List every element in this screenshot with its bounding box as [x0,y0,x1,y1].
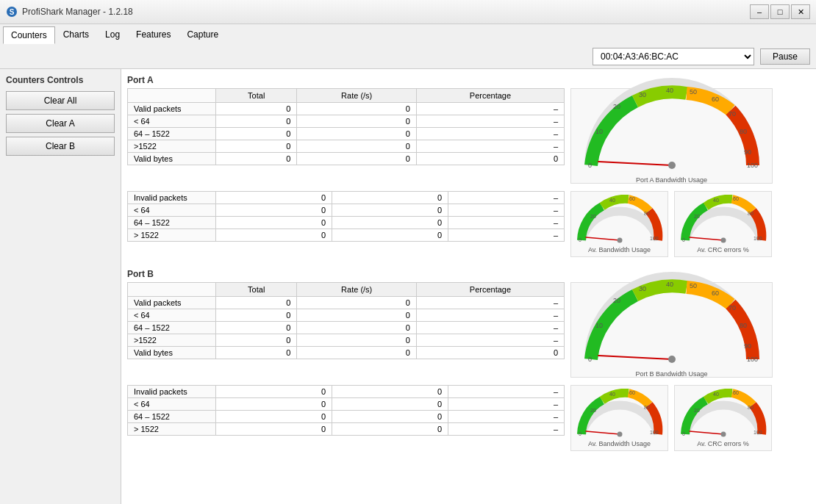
col-header-rate-b: Rate (/s) [297,283,416,297]
port-a-bottom-row: Invalid packets00–< 6400–64 – 152200–> 1… [127,191,810,257]
svg-text:20: 20 [613,297,620,304]
svg-text:60: 60 [733,196,739,201]
clear-a-button[interactable]: Clear A [6,114,115,133]
table-row: Invalid packets00– [128,386,565,398]
row-value: – [448,204,565,217]
port-b-valid-table-wrapper: Total Rate (/s) Percentage Valid packets… [127,282,565,378]
row-value: 0 [297,115,416,128]
svg-text:40: 40 [609,198,615,203]
port-b-bandwidth-gauge: 0 10 20 30 40 50 60 70 80 90 100 [570,282,773,378]
svg-text:100: 100 [754,236,762,241]
svg-text:60: 60 [629,390,635,395]
row-label: >1522 [128,140,216,153]
port-b-small-gauge1-label: Av. Bandwidth Usage [588,440,651,447]
table-row: > 152200– [128,423,565,436]
svg-text:10: 10 [595,322,603,329]
row-value: 0 [332,217,448,229]
row-value: 0 [216,217,332,229]
clear-b-button[interactable]: Clear B [6,137,115,156]
row-value: – [448,386,565,398]
svg-text:20: 20 [613,103,620,110]
pause-button[interactable]: Pause [760,48,810,65]
row-value: – [416,309,564,322]
svg-point-30 [720,238,726,243]
svg-line-29 [690,237,723,240]
svg-text:70: 70 [729,304,736,312]
row-label: 64 – 1522 [128,217,216,229]
row-value: 0 [297,153,416,165]
toolbar: 00:04:A3:A6:BC:AC Pause [0,45,816,69]
svg-text:90: 90 [744,148,751,156]
table-row: >152200– [128,140,565,153]
col-header-pct-a: Percentage [416,89,564,103]
row-label: Valid packets [128,297,216,309]
svg-text:40: 40 [713,198,719,203]
row-value: 0 [297,334,416,347]
row-value: 0 [216,322,297,334]
row-value: 0 [297,347,416,359]
row-label: > 1522 [128,423,216,436]
svg-text:70: 70 [729,110,736,118]
port-b-crc-gauge: 0 20 40 60 80 100 Av. CRC errors % [674,385,772,451]
svg-text:40: 40 [666,87,673,94]
row-value: 0 [216,347,297,359]
row-value: – [448,192,565,204]
table-row: Valid packets00– [128,297,565,309]
table-row: 64 – 152200– [128,217,565,229]
svg-text:100: 100 [650,430,659,435]
device-select[interactable]: 00:04:A3:A6:BC:AC [593,48,754,65]
svg-text:100: 100 [747,356,758,363]
maximize-button[interactable]: □ [770,4,790,19]
tab-charts[interactable]: Charts [55,26,97,43]
port-a-invalid-table-wrapper: Invalid packets00–< 6400–64 – 152200–> 1… [127,191,565,257]
table-row: 64 – 152200– [128,411,565,423]
minimize-button[interactable]: – [750,4,769,19]
svg-text:60: 60 [733,390,739,395]
row-value: 0 [216,192,332,204]
port-a-section: Port A Total Rate (/s) Percentage [127,75,810,257]
svg-text:30: 30 [639,285,646,292]
port-a-valid-table: Total Rate (/s) Percentage Valid packets… [127,88,565,165]
svg-line-58 [690,431,723,434]
svg-text:80: 80 [748,405,754,410]
row-value: – [448,398,565,411]
table-row: < 6400– [128,115,565,128]
row-value: 0 [332,204,448,217]
svg-text:50: 50 [690,88,697,96]
clear-all-button[interactable]: Clear All [6,91,115,110]
svg-text:40: 40 [609,392,615,397]
port-a-top-row: Total Rate (/s) Percentage Valid packets… [127,88,810,184]
close-button[interactable]: ✕ [791,4,810,19]
svg-text:100: 100 [747,162,758,169]
tab-capture[interactable]: Capture [179,26,226,43]
table-row: < 6400– [128,204,565,217]
app-title: ProfiShark Manager - 1.2.18 [22,7,133,17]
svg-point-59 [720,432,726,437]
port-b-invalid-table: Invalid packets00–< 6400–64 – 152200–> 1… [127,385,565,436]
row-value: 0 [216,297,297,309]
port-b-small-gauge2-label: Av. CRC errors % [697,440,749,447]
row-value: 0 [216,398,332,411]
row-label: 64 – 1522 [128,128,216,140]
row-value: 0 [297,309,416,322]
window-controls: – □ ✕ [750,4,810,19]
tab-features[interactable]: Features [128,26,179,43]
tab-counters[interactable]: Counters [3,26,55,44]
tab-log[interactable]: Log [97,26,128,43]
svg-line-13 [598,162,672,165]
row-label: < 64 [128,115,216,128]
row-label: < 64 [128,398,216,411]
port-a-small-gauge1-label: Av. Bandwidth Usage [588,246,651,253]
port-a-av-bandwidth-gauge: 0 20 40 60 80 100 Av. Bandwidth Usage [570,191,668,257]
row-value: 0 [216,411,332,423]
svg-line-50 [586,431,620,434]
col-header-name-a [128,89,216,103]
svg-text:40: 40 [666,281,673,288]
row-value: 0 [332,398,448,411]
svg-text:80: 80 [644,405,650,410]
port-b-section: Port B Total Rate (/s) Percentage [127,269,810,451]
row-value: 0 [332,192,448,204]
svg-text:80: 80 [644,211,650,216]
table-row: 64 – 152200– [128,128,565,140]
svg-text:90: 90 [744,342,751,350]
